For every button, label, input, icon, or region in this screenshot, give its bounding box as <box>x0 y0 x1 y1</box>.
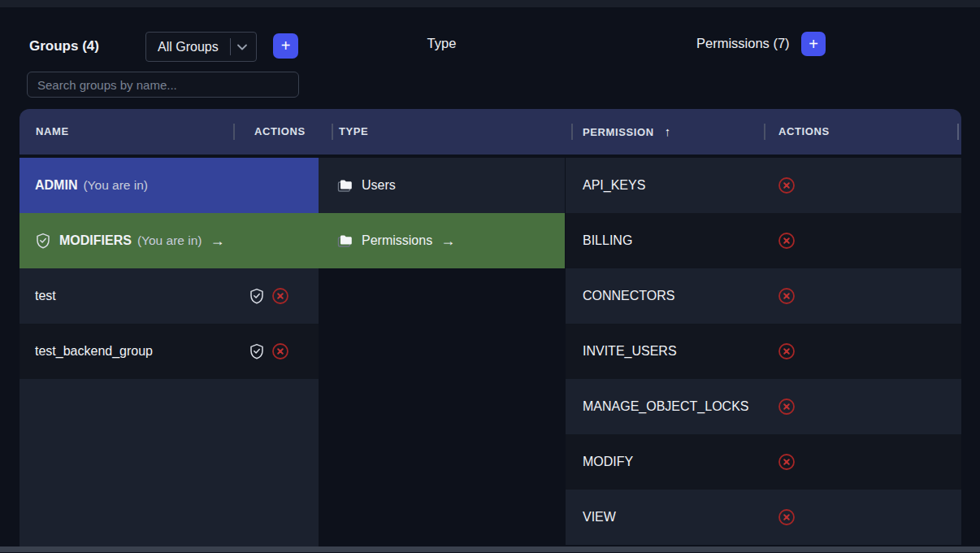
column-separator <box>233 124 235 140</box>
group-row-test-backend-group[interactable]: test_backend_group <box>20 324 319 379</box>
group-actions-cell <box>249 268 289 324</box>
group-membership-note: (You are in) <box>83 178 148 193</box>
group-name: ADMIN <box>35 178 77 193</box>
group-name: test <box>35 289 56 303</box>
column-header-name: NAME <box>36 109 69 155</box>
permission-name: INVITE_USERS <box>583 344 677 359</box>
groups-panel-title: Groups (4) <box>29 38 99 54</box>
column-separator <box>957 124 959 140</box>
permission-row[interactable]: VIEW <box>566 490 961 545</box>
permission-row[interactable]: MODIFY <box>566 434 961 490</box>
permission-name: API_KEYS <box>583 178 645 193</box>
remove-permission-button[interactable] <box>778 508 796 526</box>
column-header-type: TYPE <box>339 109 368 155</box>
search-groups-input[interactable] <box>27 72 299 98</box>
folder-icon <box>336 177 353 194</box>
type-row-permissions[interactable]: Permissions → <box>319 213 565 268</box>
type-label: Users <box>362 178 396 193</box>
chevron-down-icon <box>236 42 248 52</box>
select-divider <box>230 38 231 55</box>
column-header-group-actions: ACTIONS <box>254 109 306 155</box>
group-actions-cell <box>249 324 289 379</box>
folder-icon <box>336 233 353 249</box>
remove-permission-button[interactable] <box>778 342 796 360</box>
group-name: MODIFIERS <box>59 233 132 248</box>
column-separator <box>571 124 573 140</box>
remove-permission-button[interactable] <box>778 287 796 305</box>
permission-name: MODIFY <box>583 455 633 469</box>
type-row-users[interactable]: Users <box>319 158 565 213</box>
top-edge-bar <box>0 0 980 7</box>
toggle-membership-button[interactable] <box>249 288 265 304</box>
add-permission-button[interactable]: + <box>801 32 826 56</box>
groups-empty-area <box>20 379 319 547</box>
permission-name: VIEW <box>583 510 616 525</box>
permission-name: BILLING <box>583 233 632 248</box>
column-header-permission-actions: ACTIONS <box>778 109 830 155</box>
delete-group-button[interactable] <box>271 342 289 360</box>
groups-filter-value: All Groups <box>158 40 230 54</box>
permission-row[interactable]: BILLING <box>566 213 961 268</box>
type-panel-title: Type <box>319 36 565 51</box>
type-label: Permissions <box>362 233 432 248</box>
arrow-right-icon: → <box>210 233 224 250</box>
remove-permission-button[interactable] <box>778 176 796 194</box>
group-name: test_backend_group <box>35 344 153 359</box>
permission-row[interactable]: MANAGE_OBJECT_LOCKS <box>566 379 961 434</box>
remove-permission-button[interactable] <box>778 398 796 416</box>
delete-group-button[interactable] <box>271 287 289 305</box>
group-row-test[interactable]: test <box>20 268 319 324</box>
group-row-modifiers[interactable]: MODIFIERS (You are in) → <box>20 213 319 268</box>
groups-filter-select[interactable]: All Groups <box>145 32 257 62</box>
group-permissions-screen: Groups (4) All Groups + Type Permissions… <box>0 0 980 553</box>
permission-row[interactable]: CONNECTORS <box>566 268 961 324</box>
shield-check-icon <box>35 233 51 249</box>
column-separator <box>332 124 333 140</box>
toggle-membership-button[interactable] <box>249 343 265 359</box>
sort-ascending-icon: ↑ <box>665 109 671 155</box>
permissions-panel-title: Permissions (7) <box>696 36 790 51</box>
column-separator <box>764 124 765 140</box>
column-header-permission-label: PERMISSION <box>583 126 654 138</box>
remove-permission-button[interactable] <box>778 232 796 250</box>
horizontal-scrollbar[interactable] <box>0 546 980 552</box>
permission-row[interactable]: INVITE_USERS <box>566 324 961 379</box>
add-group-button[interactable]: + <box>273 33 298 59</box>
arrow-right-icon: → <box>440 233 455 250</box>
permission-name: CONNECTORS <box>583 289 675 303</box>
remove-permission-button[interactable] <box>778 453 796 471</box>
column-header-permission[interactable]: PERMISSION ↑ <box>583 109 670 155</box>
table-header-bar: NAME ACTIONS TYPE PERMISSION ↑ ACTIONS <box>20 109 961 155</box>
permission-row[interactable]: API_KEYS <box>566 158 961 213</box>
group-membership-note: (You are in) <box>137 233 202 248</box>
permission-name: MANAGE_OBJECT_LOCKS <box>583 399 749 414</box>
group-row-admin[interactable]: ADMIN (You are in) <box>20 158 319 213</box>
